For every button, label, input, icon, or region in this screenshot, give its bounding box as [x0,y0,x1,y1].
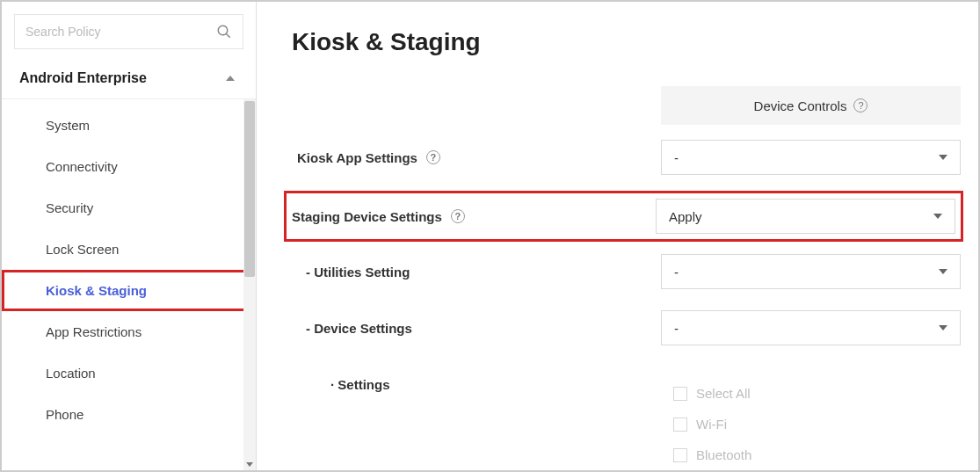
sidebar-item-label: Lock Screen [46,242,119,257]
svg-point-0 [218,25,228,35]
kiosk-app-select[interactable]: - [661,140,961,175]
sidebar-item-security[interactable]: Security [2,187,256,229]
label-text: - Device Settings [306,321,412,336]
staging-device-select[interactable]: Apply [656,199,955,234]
help-icon[interactable]: ? [451,209,465,223]
sidebar-item-location[interactable]: Location [2,352,256,394]
row-label: Staging Device Settings ? [287,209,656,224]
sidebar-item-label: Kiosk & Staging [46,283,147,298]
sidebar-item-connectivity[interactable]: Connectivity [2,146,256,187]
check-wifi[interactable]: Wi-Fi [673,409,961,439]
column-header-label: Device Controls [754,98,847,113]
row-device-settings: - Device Settings - [292,308,961,348]
search-icon[interactable] [216,24,232,40]
sidebar-item-label: Connectivity [46,159,118,174]
row-label: - Device Settings [292,321,661,336]
checkbox-icon[interactable] [673,418,687,432]
chevron-down-icon [939,155,947,160]
svg-line-1 [226,33,230,38]
chevron-down-icon [246,462,253,467]
app-root: Android Enterprise System Connectivity S… [0,0,980,472]
check-label: Select All [696,386,751,401]
sidebar-scrollbar[interactable] [243,99,256,470]
chevron-down-icon [933,214,942,219]
row-label: - Utilities Setting [292,265,661,280]
sidebar-item-kiosk-staging[interactable]: Kiosk & Staging [2,270,256,311]
sidebar-item-phone[interactable]: Phone [2,394,256,435]
page-title: Kiosk & Staging [292,28,961,56]
select-value: Apply [669,209,702,224]
sidebar: Android Enterprise System Connectivity S… [2,2,257,470]
sidebar-nav-list: System Connectivity Security Lock Screen… [2,99,256,440]
help-icon[interactable]: ? [853,98,867,113]
row-staging-device-settings: Staging Device Settings ? Apply [287,193,961,239]
label-text: - Utilities Setting [306,265,410,280]
search-box[interactable] [14,14,243,49]
chevron-down-icon [939,325,947,330]
settings-checkbox-group: Select All Wi-Fi Bluetooth [661,378,961,470]
sidebar-item-system[interactable]: System [2,105,256,146]
label-text: Staging Device Settings [292,209,442,224]
select-value: - [674,150,679,165]
check-select-all[interactable]: Select All [673,378,961,409]
column-header-device-controls: Device Controls ? [661,86,961,125]
checkbox-icon[interactable] [673,448,687,462]
row-kiosk-app-settings: Kiosk App Settings ? - [292,137,961,178]
main-content: Kiosk & Staging Device Controls ? Kiosk … [257,2,978,470]
sidebar-section-toggle[interactable]: Android Enterprise [2,58,256,99]
select-value: - [674,321,679,336]
utilities-select[interactable]: - [661,254,961,289]
sidebar-item-label: App Restrictions [46,324,142,339]
sidebar-item-label: Security [46,200,93,215]
help-icon[interactable]: ? [426,150,440,164]
row-label: · Settings [292,377,661,392]
check-label: Bluetooth [696,447,751,462]
chevron-down-icon [939,269,947,274]
row-label: Kiosk App Settings ? [292,150,661,165]
select-value: - [674,265,679,280]
label-text: Kiosk App Settings [297,150,417,165]
sidebar-item-label: Phone [46,407,83,422]
chevron-up-icon [226,76,235,81]
search-input[interactable] [25,25,216,39]
label-text: · Settings [330,377,390,392]
scrollbar-thumb[interactable] [244,101,255,277]
sidebar-nav-wrap: System Connectivity Security Lock Screen… [2,99,256,470]
sidebar-item-label: Location [46,366,96,381]
row-utilities-setting: - Utilities Setting - [292,251,961,292]
sidebar-item-app-restrictions[interactable]: App Restrictions [2,311,256,352]
sidebar-item-lock-screen[interactable]: Lock Screen [2,229,256,270]
sidebar-section-title: Android Enterprise [19,70,147,86]
check-label: Wi-Fi [696,417,727,432]
device-settings-select[interactable]: - [661,310,961,345]
check-bluetooth[interactable]: Bluetooth [673,439,961,470]
scrollbar-down-button[interactable] [243,458,256,470]
search-wrap [2,2,256,58]
sidebar-item-label: System [46,118,90,133]
checkbox-icon[interactable] [673,387,687,401]
